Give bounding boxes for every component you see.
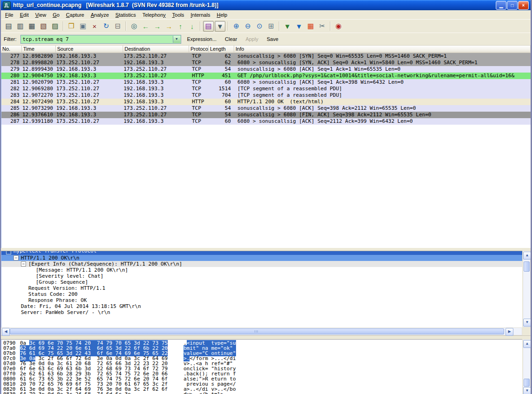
autoscroll-toggle[interactable]: ▼ xyxy=(215,21,225,32)
preferences-icon[interactable]: ✂ xyxy=(317,21,328,32)
save-file-icon[interactable]: ▣ xyxy=(78,21,88,32)
detail-row[interactable]: [Expert Info (Chat/Sequence): HTTP/1.1 2… xyxy=(1,261,522,267)
expression-button[interactable]: Expression... xyxy=(183,35,221,43)
display-filter-icon[interactable]: ▼ xyxy=(294,21,304,32)
capture-filter-icon[interactable]: ▼ xyxy=(282,21,293,32)
pane-splitter[interactable] xyxy=(1,335,531,339)
packet-row-286[interactable]: 28612.9376610192.168.193.3173.252.110.27… xyxy=(1,112,531,118)
menu-view[interactable]: View xyxy=(32,11,50,19)
detail-row[interactable]: Hypertext Transfer Protocol xyxy=(1,251,522,255)
detail-row[interactable]: [Severity level: Chat] xyxy=(1,273,522,279)
column-header-source[interactable]: Source xyxy=(56,46,123,53)
menu-file[interactable]: File xyxy=(2,11,17,19)
menu-statistics[interactable]: Statistics xyxy=(112,11,139,19)
detail-row[interactable]: [Message: HTTP/1.1 200 OK\r\n] xyxy=(1,267,522,273)
find-packet-icon[interactable]: ◎ xyxy=(129,21,139,32)
menu-telephony[interactable]: Telephony xyxy=(139,11,169,19)
detail-row[interactable]: HTTP/1.1 200 OK\r\n xyxy=(1,255,522,261)
cell-proto: TCP xyxy=(190,66,209,73)
packet-row-278[interactable]: 27812.8998820173.252.110.27192.168.193.3… xyxy=(1,60,531,66)
cell-info: sonuscallsig > 6080 [SYN] Seq=0 Win=6553… xyxy=(235,53,531,60)
resize-columns-icon[interactable]: ⊞ xyxy=(266,21,276,32)
cell-dst: 173.252.110.27 xyxy=(124,53,190,60)
menu-help[interactable]: Help xyxy=(213,11,230,19)
detail-row[interactable]: Date: Fri, 04 Jul 2014 13:18:15 GMT\r\n xyxy=(1,303,522,309)
packet-row-285[interactable]: 28512.9073290192.168.193.3173.252.110.27… xyxy=(1,105,531,112)
filter-input[interactable]: tcp.stream eq 7 ▼ xyxy=(20,35,181,44)
coloring-rules-icon[interactable]: ▦ xyxy=(305,21,316,32)
zoom-100-icon[interactable]: ⊙ xyxy=(254,21,265,32)
capture-restart-icon[interactable]: ▨ xyxy=(50,21,60,32)
go-forward-icon[interactable]: → xyxy=(152,21,163,32)
packet-row-277[interactable]: 27712.8982890192.168.193.3173.252.110.27… xyxy=(1,53,531,60)
packet-row-280[interactable]: 28012.9004750192.168.193.3173.252.110.27… xyxy=(1,73,531,79)
menu-internals[interactable]: Internals xyxy=(187,11,213,19)
capture-stop-icon[interactable]: ▧ xyxy=(38,21,49,32)
print-icon[interactable]: ⊟ xyxy=(112,21,123,32)
scroll-right-button[interactable] xyxy=(506,328,513,336)
menu-analyze[interactable]: Analyze xyxy=(87,11,112,19)
wireshark-logo-icon xyxy=(3,1,11,9)
cell-time: 12.9072490 xyxy=(22,99,56,105)
go-back-icon[interactable]: ← xyxy=(140,21,151,32)
capture-start-icon[interactable]: ▦ xyxy=(26,21,37,32)
minimize-button[interactable]: ▁ xyxy=(496,1,506,10)
bytes-vertical-scrollbar[interactable] xyxy=(523,339,531,394)
chevron-down-icon[interactable]: ▼ xyxy=(173,36,180,43)
list-interfaces-icon[interactable]: ▤ xyxy=(3,21,14,32)
scroll-down-button[interactable] xyxy=(523,319,531,327)
detail-row[interactable]: Server: PanWeb Server/ - \r\n xyxy=(1,309,522,315)
reload-icon[interactable]: ↻ xyxy=(101,21,112,32)
clear-button[interactable]: Clear xyxy=(221,35,241,43)
column-header-time[interactable]: Time xyxy=(22,46,56,53)
cell-dst: 192.168.193.3 xyxy=(124,92,190,99)
goto-packet-icon[interactable]: → xyxy=(164,21,174,32)
packet-row-284[interactable]: 28412.9072490173.252.110.27192.168.193.3… xyxy=(1,99,531,105)
zoom-out-icon[interactable]: ⊖ xyxy=(243,21,253,32)
column-header-destination[interactable]: Destination xyxy=(123,46,189,53)
go-top-icon[interactable]: ↑ xyxy=(175,21,186,32)
collapse-icon[interactable] xyxy=(21,261,26,267)
menu-go[interactable]: Go xyxy=(49,11,63,19)
save-button[interactable]: Save xyxy=(263,35,282,43)
scroll-up-button[interactable] xyxy=(523,252,531,260)
collapse-icon[interactable] xyxy=(13,255,19,260)
collapse-icon[interactable] xyxy=(6,251,11,254)
help-icon[interactable]: ◉ xyxy=(333,21,344,32)
scroll-down-button[interactable] xyxy=(523,387,531,394)
scroll-thumb[interactable] xyxy=(10,328,504,334)
column-header-protocol[interactable]: Protocol xyxy=(189,46,209,53)
menu-capture[interactable]: Capture xyxy=(63,11,87,19)
scroll-up-button[interactable] xyxy=(523,340,531,348)
menu-tools[interactable]: Tools xyxy=(169,11,188,19)
detail-row[interactable]: Response Phrase: OK xyxy=(1,297,522,303)
details-vertical-scrollbar[interactable] xyxy=(523,251,531,327)
detail-row[interactable]: [Group: Sequence] xyxy=(1,279,522,285)
column-header-info[interactable]: Info xyxy=(234,46,531,53)
packet-row-279[interactable]: 27912.8999430192.168.193.3173.252.110.27… xyxy=(1,66,531,73)
cell-info: [TCP segment of a reassembled PDU] xyxy=(235,92,531,99)
close-file-icon[interactable]: × xyxy=(89,21,100,32)
packet-row-282[interactable]: 28212.9069280173.252.110.27192.168.193.3… xyxy=(1,86,531,92)
hex-row-0830[interactable]: 083064 79 3e 0d 0a 3c 2f 68 74 6d 6c 3ed… xyxy=(1,392,522,394)
scroll-thumb[interactable] xyxy=(524,379,530,387)
go-bottom-icon[interactable]: ↓ xyxy=(187,21,197,32)
column-header-length[interactable]: Length xyxy=(209,46,234,53)
open-file-icon[interactable]: ❒ xyxy=(66,21,77,32)
detail-row[interactable]: Status Code: 200 xyxy=(1,291,522,297)
scroll-left-button[interactable] xyxy=(2,328,10,336)
capture-options-icon[interactable]: ▥ xyxy=(15,21,26,32)
menu-edit[interactable]: Edit xyxy=(17,11,32,19)
packet-row-281[interactable]: 28112.9020790173.252.110.27192.168.193.3… xyxy=(1,79,531,86)
colorize-toggle[interactable]: ▤ xyxy=(203,21,214,32)
scroll-thumb[interactable] xyxy=(524,261,530,272)
column-header-no[interactable]: No. xyxy=(1,46,22,53)
zoom-in-icon[interactable]: ⊕ xyxy=(231,21,242,32)
maximize-button[interactable]: □ xyxy=(507,1,518,10)
packet-row-283[interactable]: 28312.9072270173.252.110.27192.168.193.3… xyxy=(1,92,531,99)
details-horizontal-scrollbar[interactable] xyxy=(1,327,522,335)
packet-row-287[interactable]: 28712.9391180173.252.110.27192.168.193.3… xyxy=(1,118,531,125)
detail-row[interactable]: Request Version: HTTP/1.1 xyxy=(1,285,522,291)
title-bar[interactable]: http_url_continue.pcapng [Wireshark 1.8.… xyxy=(1,0,531,10)
close-button[interactable]: × xyxy=(518,1,529,10)
